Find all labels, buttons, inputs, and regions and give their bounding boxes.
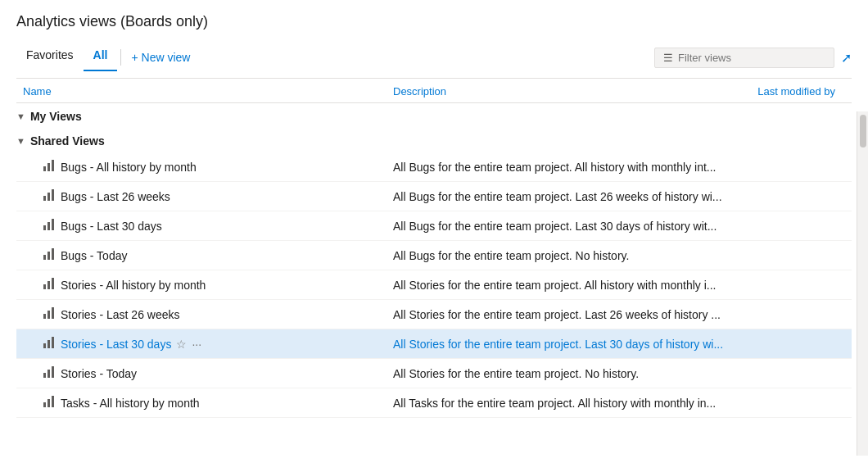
filter-area: ☰ ➚ [654,48,852,68]
table-row[interactable]: Stories - TodayAll Stories for the entir… [16,359,852,388]
row-name-text: Bugs - All history by month [61,161,197,174]
section-my-views[interactable]: ▼ My Views [16,103,852,128]
table-row[interactable]: Bugs - Last 30 daysAll Bugs for the enti… [16,211,852,241]
svg-rect-5 [52,189,54,201]
svg-rect-18 [43,343,46,348]
tab-divider [120,49,121,66]
svg-rect-26 [52,396,54,407]
col-header-last-modified: Last modified by [721,85,852,98]
svg-rect-19 [47,340,50,348]
chevron-down-icon-shared: ▼ [16,136,25,146]
svg-rect-11 [52,248,54,260]
row-name-text: Stories - Today [61,367,137,380]
svg-rect-7 [47,222,50,230]
page-title: Analytics views (Boards only) [16,13,852,30]
more-actions-icon[interactable]: ··· [192,338,201,351]
toolbar: Favorites All + New view ☰ ➚ [16,43,852,71]
table-row[interactable]: Bugs - Last 26 weeksAll Bugs for the ent… [16,182,852,211]
svg-rect-1 [47,163,50,171]
row-name-text: Tasks - All history by month [61,397,200,410]
tab-bar: Favorites All + New view [16,43,197,71]
row-description-cell: All Bugs for the entire team project. La… [393,190,852,203]
table-row[interactable]: Bugs - All history by monthAll Bugs for … [16,152,852,182]
svg-rect-8 [52,219,54,230]
star-icon[interactable]: ☆ [176,338,187,351]
svg-rect-25 [47,399,50,407]
row-name-text: Stories - All history by month [61,279,206,292]
svg-rect-6 [43,225,46,230]
row-description-cell: All Stories for the entire team project.… [393,367,852,380]
scrollbar-thumb[interactable] [860,115,866,148]
chart-bar-icon [43,188,56,204]
svg-rect-0 [43,166,46,171]
row-name-cell: Bugs - Last 26 weeks [16,188,393,204]
row-name-text[interactable]: Stories - Last 30 days [61,338,171,351]
row-name-cell: Stories - Last 26 weeks [16,306,393,322]
svg-rect-13 [47,281,50,289]
chart-bar-icon [43,365,56,381]
svg-rect-10 [47,252,50,260]
row-description-cell: All Stories for the entire team project.… [393,308,852,321]
svg-rect-9 [43,255,46,260]
svg-rect-22 [47,370,50,378]
section-shared-views[interactable]: ▼ Shared Views [16,128,852,152]
section-shared-views-label: Shared Views [30,134,105,148]
chart-bar-icon [43,336,56,352]
svg-rect-4 [47,193,50,201]
row-name-text: Stories - Last 26 weeks [61,308,180,321]
col-header-name: Name [16,85,393,98]
table-container: Name Description Last modified by ▼ My V… [16,78,852,472]
chevron-down-icon: ▼ [16,111,25,121]
row-description-cell: All Tasks for the entire team project. A… [393,397,852,410]
filter-input-wrap: ☰ [654,48,834,68]
filter-icon: ☰ [663,52,673,64]
table-header: Name Description Last modified by [16,79,852,103]
chart-bar-icon [43,218,56,234]
row-name-cell: Bugs - All history by month [16,159,393,175]
chart-bar-icon [43,159,56,175]
filter-input[interactable] [678,52,825,64]
svg-rect-2 [52,160,54,171]
expand-icon[interactable]: ➚ [841,50,852,66]
svg-rect-15 [43,314,46,319]
row-name-text: Bugs - Today [61,249,127,262]
col-header-description: Description [393,85,721,98]
row-name-text: Bugs - Last 26 weeks [61,190,170,203]
row-description-cell: All Stories for the entire team project.… [393,279,852,292]
svg-rect-16 [47,311,50,319]
chart-bar-icon [43,247,56,263]
svg-rect-14 [52,278,54,289]
row-name-cell: Bugs - Today [16,247,393,263]
row-name-cell: Bugs - Last 30 days [16,218,393,234]
row-description-cell: All Stories for the entire team project.… [393,338,852,351]
table-row[interactable]: Stories - Last 30 days☆···All Stories fo… [16,329,852,359]
chart-bar-icon [43,395,56,411]
table-row[interactable]: Stories - Last 26 weeksAll Stories for t… [16,300,852,329]
table-row[interactable]: Tasks - All history by monthAll Tasks fo… [16,388,852,418]
row-description-cell: All Bugs for the entire team project. No… [393,249,852,262]
new-view-button[interactable]: + New view [124,46,197,69]
tab-all[interactable]: All [84,43,118,71]
svg-rect-21 [43,373,46,378]
table-row[interactable]: Stories - All history by monthAll Storie… [16,270,852,300]
chart-bar-icon [43,306,56,322]
svg-rect-24 [43,402,46,407]
tab-favorites[interactable]: Favorites [16,43,84,71]
svg-rect-20 [52,337,54,348]
table-row[interactable]: Bugs - TodayAll Bugs for the entire team… [16,241,852,270]
svg-rect-17 [52,307,54,319]
chart-bar-icon [43,277,56,293]
row-description-cell: All Bugs for the entire team project. La… [393,220,852,233]
svg-rect-12 [43,284,46,289]
row-name-cell: Stories - Today [16,365,393,381]
rows-container: Bugs - All history by monthAll Bugs for … [16,152,852,418]
row-name-cell: Tasks - All history by month [16,395,393,411]
section-my-views-label: My Views [30,110,82,123]
row-name-cell: Stories - Last 30 days☆··· [16,336,393,352]
row-name-text: Bugs - Last 30 days [61,220,162,233]
svg-rect-3 [43,196,46,201]
scrollbar[interactable] [857,111,868,456]
row-description-cell: All Bugs for the entire team project. Al… [393,161,852,174]
svg-rect-23 [52,366,54,378]
row-name-cell: Stories - All history by month [16,277,393,293]
